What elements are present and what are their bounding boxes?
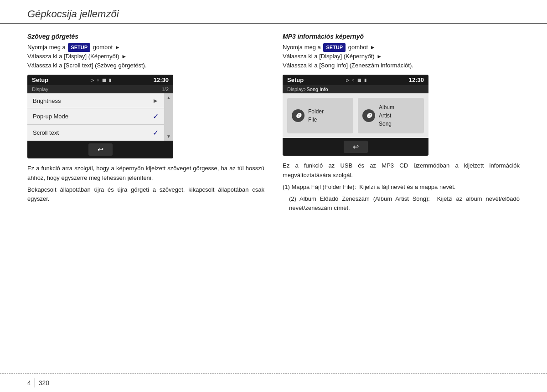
breadcrumb-right: Display>Song Info xyxy=(287,87,328,92)
screen-header-right: Setup ▷ ○ ▩ ▮ 12:30 xyxy=(283,75,428,85)
screen-footer-right: ↩ xyxy=(283,138,428,156)
option-folder-file: ❶ Folder File xyxy=(287,98,353,133)
left-desc-2: Bekapcsolt állapotában újra és újra görg… xyxy=(27,185,264,204)
signal-icon-r: ▩ xyxy=(357,78,361,82)
left-screen-mockup: Setup ▷ ○ ▩ ▮ 12:30 Display 1/2 Brightne… xyxy=(27,75,173,158)
screen-row-brightness: Brightness ► xyxy=(27,93,164,108)
screen-footer-left: ↩ xyxy=(27,141,173,158)
phone-icon-r: ○ xyxy=(352,78,354,82)
page-num-right: 320 xyxy=(39,379,49,387)
right-desc-1: Ez a funkció az USB és az MP3 CD üzemmód… xyxy=(283,161,520,179)
right-section-title: MP3 információs képernyő xyxy=(283,33,520,40)
right-list-1: (1) Mappa Fájl (Folder File): Kijelzi a … xyxy=(283,183,520,192)
page-title: Gépkocsija jellemzői xyxy=(27,8,119,20)
arrow-icon-4: ► xyxy=(377,52,382,61)
right-column: MP3 információs képernyő Nyomja meg a SE… xyxy=(283,33,520,215)
left-instruction-1: Nyomja meg a SETUP gombot ► Válassza ki … xyxy=(27,43,264,70)
screen-app-name-left: Setup xyxy=(32,76,48,83)
screen-app-name-right: Setup xyxy=(287,76,304,83)
screen-icons-left: ▷ ○ ▩ ▮ xyxy=(91,78,111,82)
option-2-circle: ❷ xyxy=(362,109,375,122)
screen-time-left: 12:30 xyxy=(154,76,169,83)
row-label-brightness: Brightness xyxy=(33,97,61,104)
screen-icons-right: ▷ ○ ▩ ▮ xyxy=(346,78,366,82)
row-check-popup: ✓ xyxy=(153,112,159,121)
scrollbar-left: ▲ ▼ xyxy=(164,93,173,141)
bluetooth-icon-r: ▷ xyxy=(346,78,349,82)
screen-subheader-left: Display 1/2 xyxy=(27,85,173,93)
battery-icon: ▮ xyxy=(109,78,111,82)
setup-badge-right: SETUP xyxy=(323,43,346,52)
main-content: Szöveg görgetés Nyomja meg a SETUP gombo… xyxy=(0,33,547,215)
row-check-scroll: ✓ xyxy=(153,128,159,137)
screen-row-popup: Pop-up Mode ✓ xyxy=(27,108,164,125)
arrow-icon-2: ► xyxy=(121,52,127,61)
scroll-up-icon[interactable]: ▲ xyxy=(165,94,173,101)
rows-container-left: Brightness ► Pop-up Mode ✓ Scroll text ✓ xyxy=(27,93,164,141)
option-1-text: Folder File xyxy=(308,107,324,124)
left-column: Szöveg görgetés Nyomja meg a SETUP gombo… xyxy=(27,33,264,215)
scroll-down-icon[interactable]: ▼ xyxy=(165,133,173,140)
right-instruction-1: Nyomja meg a SETUP gombot ► Válassza ki … xyxy=(283,43,520,70)
arrow-icon-3: ► xyxy=(370,43,376,52)
option-album-artist-song: ❷ Album Artist Song xyxy=(358,98,424,133)
screen-subheader-right: Display>Song Info xyxy=(283,85,428,93)
option-2-text: Album Artist Song xyxy=(379,103,394,128)
page-num-left: 4 xyxy=(27,379,31,387)
row-arrow-brightness: ► xyxy=(152,97,159,104)
screen-rows-left: Brightness ► Pop-up Mode ✓ Scroll text ✓… xyxy=(27,93,173,141)
battery-icon-r: ▮ xyxy=(364,78,366,82)
right-screen-mockup: Setup ▷ ○ ▩ ▮ 12:30 Display>Song Info ❶ xyxy=(283,75,428,156)
row-label-scroll: Scroll text xyxy=(33,129,59,136)
setup-badge-left: SETUP xyxy=(68,43,90,52)
bluetooth-icon: ▷ xyxy=(91,78,94,82)
page-header: Gépkocsija jellemzői xyxy=(0,0,547,24)
left-section-title: Szöveg görgetés xyxy=(27,33,264,40)
footer-divider xyxy=(35,378,35,387)
screen-time-right: 12:30 xyxy=(409,76,424,83)
screen-row-scroll: Scroll text ✓ xyxy=(27,125,164,141)
left-desc-1: Ez a funkció arra szolgál, hogy a képern… xyxy=(27,164,264,182)
screen-header-left: Setup ▷ ○ ▩ ▮ 12:30 xyxy=(27,75,173,85)
back-button-right[interactable]: ↩ xyxy=(344,141,368,153)
option-1-circle: ❶ xyxy=(292,109,304,122)
subheader-page-left: 1/2 xyxy=(162,87,169,92)
footer-page-number: 4 320 xyxy=(27,378,49,387)
right-list-2: (2) Album Előadó Zeneszám (Album Artist … xyxy=(283,194,520,213)
phone-icon: ○ xyxy=(97,78,99,82)
arrow-icon-1: ► xyxy=(115,43,120,52)
page-footer: 4 320 xyxy=(0,373,547,392)
subheader-label-left: Display xyxy=(32,87,48,92)
back-button-left[interactable]: ↩ xyxy=(88,143,113,156)
row-label-popup: Pop-up Mode xyxy=(33,113,68,120)
song-info-body: ❶ Folder File ❷ Album Artist Song xyxy=(283,93,428,138)
signal-icon: ▩ xyxy=(102,78,106,82)
